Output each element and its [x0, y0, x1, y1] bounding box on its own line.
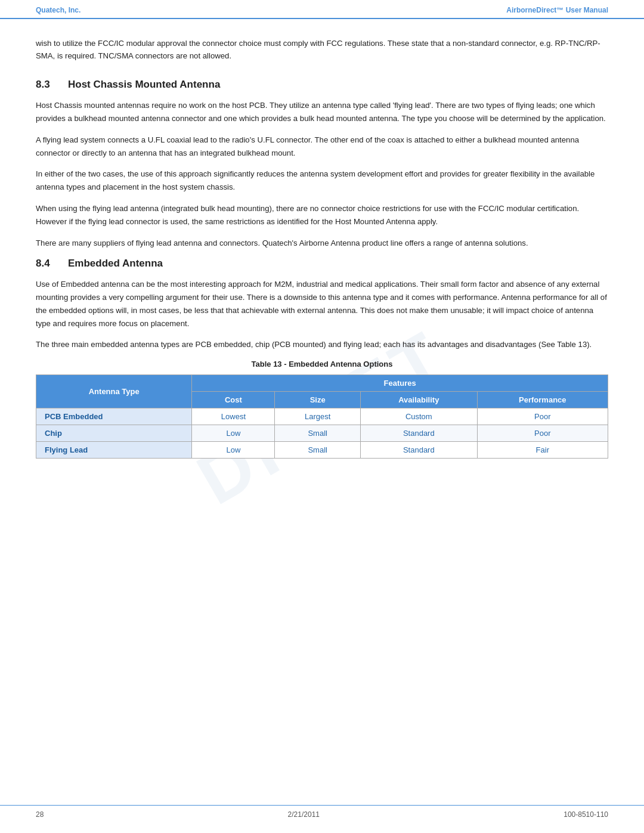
section83-para-1: Host Chassis mounted antennas require no…	[36, 99, 608, 125]
size-cell: Largest	[275, 408, 361, 425]
header-title: AirborneDirect™ User Manual	[506, 6, 608, 14]
antenna-type-cell: Chip	[36, 425, 192, 442]
section-84-title: Embedded Antenna	[68, 258, 163, 270]
section84-para-2: The three main embedded antenna types ar…	[36, 338, 608, 351]
table-row: ChipLowSmallStandardPoor	[36, 425, 608, 442]
performance-cell: Poor	[477, 408, 608, 425]
availability-cell: Standard	[361, 425, 478, 442]
antenna-type-cell: PCB Embedded	[36, 408, 192, 425]
performance-cell: Poor	[477, 425, 608, 442]
cost-cell: Low	[192, 425, 275, 442]
cost-col-header: Cost	[192, 392, 275, 408]
performance-cell: Fair	[477, 442, 608, 459]
cost-cell: Lowest	[192, 408, 275, 425]
section83-para-4: When using the flying lead antenna (inte…	[36, 202, 608, 228]
footer-page-num: 28	[36, 810, 44, 819]
main-content: wish to utilize the FCC/IC modular appro…	[0, 19, 644, 494]
table-caption: Table 13 - Embedded Antenna Options	[36, 360, 608, 368]
size-cell: Small	[275, 425, 361, 442]
features-col-header: Features	[192, 375, 608, 392]
header-company: Quatech, Inc.	[36, 6, 80, 14]
antenna-type-col-header: Antenna Type	[36, 375, 192, 408]
table-row: PCB EmbeddedLowestLargestCustomPoor	[36, 408, 608, 425]
performance-col-header: Performance	[477, 392, 608, 408]
section-83-num: 8.3	[36, 79, 60, 91]
intro-paragraph: wish to utilize the FCC/IC modular appro…	[36, 37, 608, 62]
size-col-header: Size	[275, 392, 361, 408]
footer-date: 2/21/2011	[288, 810, 320, 819]
cost-cell: Low	[192, 442, 275, 459]
table-row: Flying LeadLowSmallStandardFair	[36, 442, 608, 459]
section83-para-2: A flying lead system connects a U.FL coa…	[36, 134, 608, 160]
page-header: Quatech, Inc. AirborneDirect™ User Manua…	[0, 0, 644, 19]
size-cell: Small	[275, 442, 361, 459]
footer-doc-num: 100-8510-110	[564, 810, 608, 819]
section-84-num: 8.4	[36, 258, 60, 270]
availability-col-header: Availability	[361, 392, 478, 408]
section-83-title: Host Chassis Mounted Antenna	[68, 79, 220, 91]
section83-para-3: In either of the two cases, the use of t…	[36, 168, 608, 194]
antenna-type-cell: Flying Lead	[36, 442, 192, 459]
page-footer: 28 2/21/2011 100-8510-110	[0, 805, 644, 819]
section-83-heading: 8.3 Host Chassis Mounted Antenna	[36, 79, 608, 91]
section84-para-1: Use of Embedded antenna can be the most …	[36, 278, 608, 330]
availability-cell: Standard	[361, 442, 478, 459]
availability-cell: Custom	[361, 408, 478, 425]
section83-para-5: There are many suppliers of flying lead …	[36, 237, 608, 250]
antenna-options-table: Antenna Type Features Cost Size Availabi…	[36, 374, 608, 459]
section-84-heading: 8.4 Embedded Antenna	[36, 258, 608, 270]
